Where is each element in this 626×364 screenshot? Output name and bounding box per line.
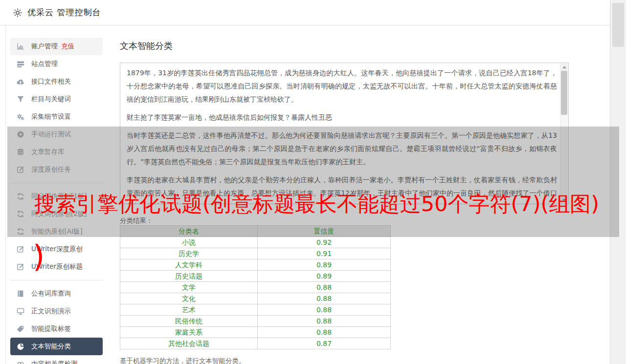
sidebar-item-uwriter-deep-original[interactable]: UWriter深度原创 — [10, 240, 103, 258]
refresh-icon — [17, 228, 24, 236]
sidebar-item-label: UWriter深度原创 — [31, 245, 83, 254]
confidence-cell: 0.88 — [258, 293, 391, 304]
confidence-cell: 0.88 — [258, 316, 391, 327]
table-row: 小说0.92 — [120, 237, 391, 248]
sidebar-item-label: 同义词伪原创[2版] — [31, 210, 87, 218]
confidence-cell: 0.87 — [258, 338, 391, 349]
sites-icon — [17, 60, 24, 68]
confidence-cell: 0.91 — [258, 248, 391, 259]
sidebar-item-synonym-rewrite-v1[interactable]: 同义词伪原创[1版] — [10, 188, 103, 205]
sidebar-item-label: 栏目与关键词 — [31, 95, 71, 104]
sidebar-item-label: 文本智能分类 — [31, 342, 71, 351]
confidence-cell: 0.88 — [258, 327, 391, 338]
sidebar-item-label: 站点管理 — [31, 60, 58, 68]
sidebar-item-columns-keywords[interactable]: 栏目与关键词 — [10, 90, 103, 108]
sidebar-item-account-management[interactable]: 账户管理充值 — [10, 38, 103, 55]
sidebar-item-manual-run-test[interactable]: 手动运行测试 — [10, 126, 103, 143]
page-scrollbar[interactable] — [610, 0, 626, 364]
table-row: 民俗传统0.88 — [120, 316, 391, 327]
sidebar-item-smart-tag-extraction[interactable]: 智能提取标签 — [10, 320, 103, 338]
input-paragraph: 当时李莲英还是二总管，这件事他再清楚不过。那么他为何还要冒险向慈禧请求出宫呢？主… — [127, 129, 557, 169]
sidebar-item-label: 公有词库查询 — [31, 289, 71, 298]
sidebar-item-public-lexicon-query[interactable]: 公有词库查询 — [10, 285, 103, 302]
table-row: 历史学0.91 — [120, 248, 391, 259]
sidebar-item-label: 手动运行测试 — [31, 130, 71, 139]
input-paragraph: 1879年，31岁的李莲英出任储秀宫四品花翎总管，成为慈禧身边的大红人。这年春天… — [127, 66, 557, 106]
gears-icon — [17, 113, 24, 121]
sidebar-item-label: 深度原创任务 — [31, 165, 71, 174]
link-icon — [17, 360, 24, 364]
confidence-cell: 0.92 — [258, 237, 391, 248]
page-title: 文本智能分类 — [120, 40, 575, 52]
table-row: 历史话题0.89 — [120, 271, 391, 282]
sidebar-item-label: 同义词伪原创[1版] — [31, 192, 87, 201]
sidebar-item-body-recognition-demo[interactable]: 正文识别演示 — [10, 302, 103, 320]
category-cell: 家庭关系 — [120, 327, 258, 338]
scroll-up-arrow-icon[interactable] — [560, 64, 568, 70]
confidence-cell: 0.89 — [258, 259, 391, 271]
table-row: 艺术0.88 — [120, 304, 391, 316]
category-cell: 历史学 — [120, 248, 258, 259]
input-textarea[interactable]: 1879年，31岁的李莲英出任储秀宫四品花翎总管，成为慈禧身边的大红人。这年春天… — [120, 63, 569, 204]
sidebar-item-article-staging[interactable]: 文章暂存库 — [10, 143, 103, 161]
edit-icon — [17, 166, 24, 173]
input-paragraph: 财主抢了李莲英家一亩地，他成慈禧亲信后如何报复？暴露人性丑恶 — [127, 111, 557, 124]
confidence-cell: 0.88 — [258, 282, 391, 293]
scroll-down-arrow-icon[interactable] — [560, 196, 568, 203]
sidebar-item-label: 智能伪原创[AI版] — [31, 227, 83, 236]
table-row: 家庭关系0.88 — [120, 327, 391, 338]
sidebar-item-label: UWriter原创标题 — [31, 262, 83, 271]
sidebar-item-uwriter-original-title[interactable]: UWriter原创标题 — [10, 258, 103, 276]
sidebar-item-ai-rewrite[interactable]: 智能伪原创[AI版] — [10, 223, 103, 240]
sidebar-item-label: 接口文件相关 — [31, 77, 71, 86]
bar-chart-icon — [17, 43, 24, 50]
sidebar-divider — [10, 280, 103, 280]
book-icon — [17, 290, 24, 298]
table-row: 文学0.88 — [120, 282, 391, 293]
confidence-cell: 0.89 — [258, 271, 391, 282]
filter-icon — [17, 95, 24, 103]
sidebar-item-label: 账户管理 — [31, 42, 58, 51]
recharge-badge[interactable]: 充值 — [61, 42, 74, 51]
refresh-icon — [17, 193, 24, 200]
pie-chart-icon — [17, 343, 24, 350]
footer-note: 基于机器学习的方法，进行文本智能分类。 — [120, 357, 575, 364]
textarea-scrollbar-thumb[interactable] — [561, 71, 567, 115]
page-scrollbar-thumb[interactable] — [612, 3, 624, 47]
main-content: 文本智能分类 1879年，31岁的李莲英出任储秀宫四品花翎总管，成为慈禧身边的大… — [120, 25, 575, 364]
category-cell: 民俗传统 — [120, 316, 258, 327]
refresh-icon — [17, 210, 24, 218]
sidebar-item-label: 智能提取标签 — [31, 324, 71, 333]
table-row: 文化0.88 — [120, 293, 391, 304]
input-text[interactable]: 1879年，31岁的李莲英出任储秀宫四品花翎总管，成为慈禧身边的大红人。这年春天… — [120, 63, 560, 204]
sidebar-item-collection-settings[interactable]: 采集细节设置 — [10, 108, 103, 126]
gear-icon — [13, 8, 22, 18]
sidebar-item-interface-files[interactable]: 接口文件相关 — [10, 73, 103, 90]
sidebar-item-label: 正文识别演示 — [31, 307, 71, 316]
column-header-category: 分类名 — [120, 226, 258, 237]
cloud-upload-icon — [17, 78, 24, 86]
sidebar-item-synonym-rewrite-v2[interactable]: 同义词伪原创[2版] — [10, 205, 103, 223]
category-cell: 其他社会话题 — [120, 338, 258, 349]
edit-icon — [17, 245, 24, 253]
edit-icon — [17, 263, 24, 271]
sidebar-item-text-classification[interactable]: 文本智能分类 — [10, 338, 103, 355]
monitor-icon — [17, 307, 24, 315]
input-paragraph: 李莲英的老家在大城县李贾村，他的父亲是个勤劳本分的庄稼人，靠种田养活一家老小。李… — [127, 173, 557, 204]
textarea-scrollbar[interactable] — [560, 64, 568, 203]
sidebar-item-site-management[interactable]: 站点管理 — [10, 55, 103, 73]
category-cell: 人文学科 — [120, 259, 258, 271]
result-table: 分类名 置信度 小说0.92历史学0.91人文学科0.89历史话题0.89文学0… — [120, 225, 391, 349]
table-row: 其他社会话题0.87 — [120, 338, 391, 349]
category-cell: 文化 — [120, 293, 258, 304]
sidebar-item-label: 文章暂存库 — [31, 148, 65, 156]
category-cell: 历史话题 — [120, 271, 258, 282]
result-table-header-row: 分类名 置信度 — [120, 226, 391, 237]
tag-icon — [17, 325, 24, 333]
sidebar-item-content-relevance-check[interactable]: 内容相关度检测 — [10, 355, 103, 364]
sidebar-divider — [10, 183, 103, 183]
sidebar-item-deep-original-task[interactable]: 深度原创任务 — [10, 161, 103, 178]
confidence-cell: 0.88 — [258, 304, 391, 316]
play-icon — [17, 130, 24, 138]
category-cell: 文学 — [120, 282, 258, 293]
